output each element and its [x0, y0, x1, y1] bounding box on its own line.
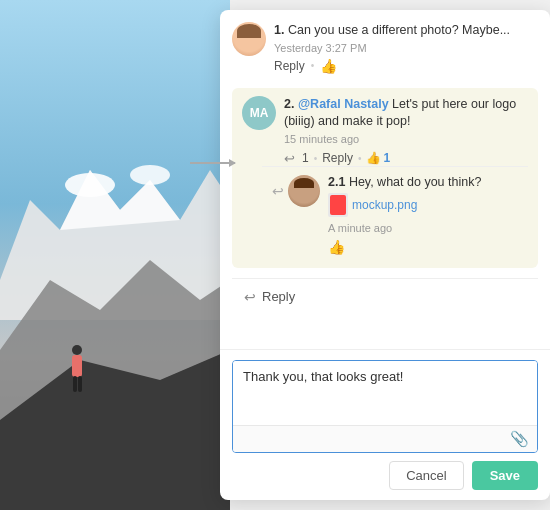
subcomment-text: 2.1 Hey, what do you think?	[328, 175, 481, 189]
input-area: Thank you, that looks great! 📎 Cancel Sa…	[220, 349, 550, 500]
svg-point-7	[72, 345, 82, 355]
reply-arrow-icon: ↩	[244, 289, 256, 305]
comment-content: Can you use a different photo? Maybe...	[288, 23, 510, 37]
subcomment-actions: 👍	[328, 238, 481, 256]
comment-number: 2.	[284, 97, 294, 111]
comment-timestamp: Yesterday 3:27 PM	[274, 42, 538, 54]
subcomment-arrow-icon: ↩	[272, 183, 284, 199]
textarea-toolbar: 📎	[233, 425, 537, 452]
svg-point-6	[130, 165, 170, 185]
comment-timestamp: 15 minutes ago	[284, 133, 528, 145]
comments-list: 1. Can you use a different photo? Maybe.…	[220, 10, 550, 349]
attach-icon[interactable]: 📎	[510, 430, 529, 448]
background-photo	[0, 0, 230, 510]
comment-text: 2. @Rafal Nastaly Let's put here our log…	[284, 96, 528, 131]
comment-inner: MA 2. @Rafal Nastaly Let's put here our …	[242, 96, 528, 166]
avatar-sub	[288, 175, 320, 207]
reply-count: 1	[302, 151, 309, 165]
reply-arrow-icon: ↩	[284, 151, 295, 166]
like-icon[interactable]: 👍	[328, 239, 345, 255]
comment-number: 1.	[274, 23, 284, 37]
avatar-ma: MA	[242, 96, 276, 130]
comment-actions: ↩ 1 • Reply • 👍 1	[284, 151, 528, 166]
footer-buttons: Cancel Save	[232, 461, 538, 490]
file-icon-red	[330, 195, 346, 215]
reply-button[interactable]: Reply	[274, 59, 305, 73]
textarea-wrapper: Thank you, that looks great! 📎	[232, 360, 538, 453]
dot-separator: •	[311, 60, 315, 71]
avatar	[232, 22, 266, 56]
comment-input[interactable]: Thank you, that looks great!	[233, 361, 537, 421]
save-button[interactable]: Save	[472, 461, 538, 490]
reply-section[interactable]: ↩ Reply	[232, 278, 538, 315]
reply-label: Reply	[262, 289, 295, 304]
like-icon[interactable]: 👍	[320, 58, 337, 74]
subcomment-wrapper: ↩ 2.1 Hey, what do you think?	[262, 166, 528, 256]
cancel-button[interactable]: Cancel	[389, 461, 463, 490]
comments-panel: 1. Can you use a different photo? Maybe.…	[220, 10, 550, 500]
connector-line	[190, 162, 235, 164]
comment-actions: Reply • 👍	[274, 58, 538, 74]
comment-highlighted: MA 2. @Rafal Nastaly Let's put here our …	[232, 88, 538, 268]
comment-text: 1. Can you use a different photo? Maybe.…	[274, 22, 538, 40]
like-count-badge[interactable]: 👍 1	[366, 151, 390, 165]
comment-body: 2. @Rafal Nastaly Let's put here our log…	[284, 96, 528, 166]
comment-item: 1. Can you use a different photo? Maybe.…	[232, 22, 538, 74]
dot-separator: •	[314, 153, 318, 164]
file-attachment: mockup.png	[328, 193, 417, 217]
svg-rect-10	[78, 376, 82, 392]
file-link[interactable]: mockup.png	[352, 198, 417, 212]
svg-rect-8	[72, 355, 82, 377]
subcomment-timestamp: A minute ago	[328, 222, 481, 234]
mention-author: @Rafal Nastaly	[298, 97, 389, 111]
subcomment-number: 2.1	[328, 175, 345, 189]
file-icon	[328, 193, 348, 217]
reply-button[interactable]: Reply	[322, 151, 353, 165]
comment-body: 1. Can you use a different photo? Maybe.…	[274, 22, 538, 74]
dot-separator: •	[358, 153, 362, 164]
svg-point-5	[65, 173, 115, 197]
subcomment-inner: 2.1 Hey, what do you think? mockup.png A…	[288, 175, 481, 256]
subcomment-content: Hey, what do you think?	[349, 175, 481, 189]
svg-rect-9	[73, 376, 77, 392]
subcomment-body: 2.1 Hey, what do you think? mockup.png A…	[328, 175, 481, 256]
like-count: 1	[383, 151, 390, 165]
